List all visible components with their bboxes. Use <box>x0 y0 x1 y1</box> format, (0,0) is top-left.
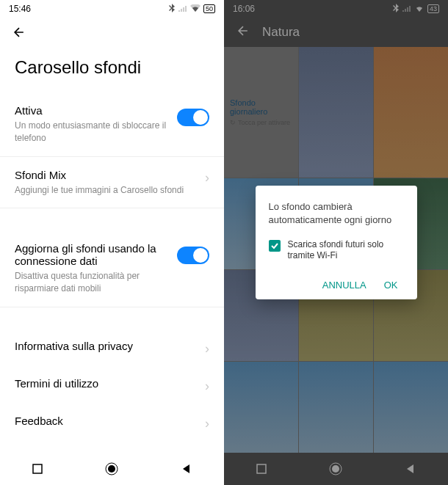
nav-bar <box>0 453 224 485</box>
chevron-right-icon: › <box>205 416 209 431</box>
wifi-icon <box>190 4 200 14</box>
check-icon <box>270 241 279 250</box>
nav-home[interactable] <box>104 462 119 476</box>
svg-rect-0 <box>33 464 42 473</box>
link-privacy[interactable]: Informativa sulla privacy › <box>0 329 224 367</box>
bluetooth-icon <box>168 4 176 15</box>
dialog-overlay[interactable]: Lo sfondo cambierà automaticamente ogni … <box>224 0 448 485</box>
dialog-actions: ANNULLA OK <box>269 277 404 293</box>
setting-title: Sfondi Mix <box>15 169 196 181</box>
link-label: Informativa sulla privacy <box>15 340 133 352</box>
setting-activate[interactable]: Attiva Un modo entusiasmante di sbloccar… <box>0 92 224 157</box>
chevron-right-icon: › <box>205 341 209 357</box>
link-label: Termini di utilizzo <box>15 377 98 390</box>
wallpaper-screen: 16:06 43 Natura Sfondo giornaliero ↻ Toc… <box>224 0 448 485</box>
checkbox-checked[interactable] <box>269 240 281 252</box>
dialog-message: Lo sfondo cambierà automaticamente ogni … <box>269 200 404 227</box>
activate-toggle[interactable] <box>177 109 209 126</box>
setting-mix[interactable]: Sfondi Mix Aggiungi le tue immagini a Ca… <box>0 157 224 209</box>
signal-icon <box>178 4 187 14</box>
data-toggle[interactable] <box>177 247 209 264</box>
page-title: Carosello sfondi <box>0 50 224 92</box>
back-button[interactable] <box>0 18 224 50</box>
setting-subtitle: Disattiva questa funzionalità per rispar… <box>15 270 168 295</box>
chevron-right-icon: › <box>205 170 209 186</box>
checkbox-label: Scarica sfondi futuri solo tramite Wi-Fi <box>288 239 404 262</box>
setting-subtitle: Aggiungi le tue immagini a Carosello sfo… <box>15 184 196 197</box>
wifi-only-option[interactable]: Scarica sfondi futuri solo tramite Wi-Fi <box>269 239 404 262</box>
cancel-button[interactable]: ANNULLA <box>322 280 366 291</box>
link-feedback[interactable]: Feedback › <box>0 404 224 442</box>
link-terms[interactable]: Termini di utilizzo › <box>0 367 224 404</box>
link-label: Feedback <box>15 415 63 427</box>
setting-title: Attiva <box>15 104 168 117</box>
status-bar: 15:46 50 <box>0 0 224 18</box>
svg-point-2 <box>108 465 115 473</box>
battery-icon: 50 <box>203 4 215 13</box>
status-indicators: 50 <box>168 4 215 15</box>
chevron-right-icon: › <box>205 379 209 394</box>
arrow-left-icon <box>12 25 26 40</box>
setting-subtitle: Un modo entusiasmante di sbloccare il te… <box>15 120 168 145</box>
status-time: 15:46 <box>9 4 31 14</box>
ok-button[interactable]: OK <box>384 280 398 291</box>
setting-data[interactable]: Aggiorna gli sfondi usando la connession… <box>0 230 224 307</box>
nav-back[interactable] <box>179 462 194 476</box>
setting-title: Aggiorna gli sfondi usando la connession… <box>15 242 168 267</box>
nav-recent[interactable] <box>30 462 45 476</box>
confirm-dialog: Lo sfondo cambierà automaticamente ogni … <box>256 186 417 299</box>
settings-screen: 15:46 50 Carosello sfondi Attiva Un modo… <box>0 0 224 485</box>
